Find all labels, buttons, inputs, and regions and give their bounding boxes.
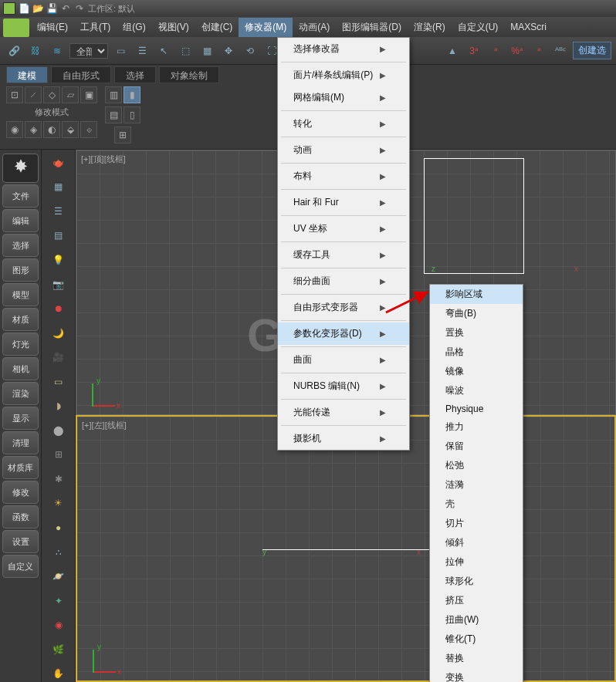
side-settings[interactable]: 设置: [2, 530, 39, 553]
viewport-left[interactable]: [+][左][线框] y x x y: [76, 415, 616, 682]
menu-item[interactable]: 参数化变形器(D)▶: [278, 322, 409, 345]
menu-item[interactable]: 动画▶: [278, 139, 409, 161]
menu-item[interactable]: Hair 和 Fur▶: [278, 191, 409, 214]
submenu-item[interactable]: 变换: [430, 668, 523, 682]
planet-icon[interactable]: 🪐: [48, 568, 69, 585]
tool-b-icon[interactable]: ▮: [124, 86, 140, 103]
rect-icon[interactable]: ▭: [48, 373, 69, 390]
submenu-item[interactable]: 锥化(T): [430, 630, 523, 649]
menu-create[interactable]: 创建(C): [195, 18, 239, 37]
unlink-icon[interactable]: ⛓: [26, 42, 45, 60]
side-material[interactable]: 材质: [2, 308, 39, 331]
snap-edit-icon[interactable]: ᵃ: [530, 42, 548, 60]
ribbon-tab-freeform[interactable]: 自由形式: [51, 66, 111, 83]
create-selection-set-button[interactable]: 创建选: [573, 42, 611, 59]
snap-angle-icon[interactable]: 3ᵃ: [465, 42, 483, 60]
side-render[interactable]: 渲染: [2, 382, 39, 405]
menu-edit[interactable]: 编辑(E): [31, 18, 74, 37]
save-icon[interactable]: 💾: [46, 3, 57, 14]
menu-graph-editors[interactable]: 图形编辑器(D): [336, 18, 408, 37]
tool-d-icon[interactable]: ▯: [124, 106, 140, 123]
menu-item[interactable]: 网格编辑(M)▶: [278, 86, 409, 109]
record-icon[interactable]: ⏺: [48, 300, 69, 317]
submenu-item[interactable]: 晶格: [430, 343, 523, 362]
side-model[interactable]: 模型: [2, 283, 39, 306]
poly-element-icon[interactable]: ▣: [80, 86, 97, 103]
move-icon[interactable]: ✥: [219, 42, 238, 60]
submenu-item[interactable]: 保留: [430, 437, 523, 456]
side-select[interactable]: 选择: [2, 234, 39, 257]
mirror-icon[interactable]: ▲: [443, 42, 462, 60]
mod-icon-2[interactable]: ◈: [25, 121, 42, 138]
tool-e-icon[interactable]: ⊞: [114, 127, 131, 143]
hemisphere-icon[interactable]: ◗: [48, 397, 69, 414]
viewport-top-label[interactable]: [+][顶][线框]: [81, 154, 126, 165]
dot-icon[interactable]: ●: [48, 519, 69, 536]
submenu-item[interactable]: 弯曲(B): [430, 304, 523, 323]
snap-spinner-icon[interactable]: %ᵃ: [508, 42, 526, 60]
sun-icon[interactable]: ☀: [48, 495, 69, 512]
select-icon[interactable]: ▭: [111, 42, 130, 60]
menu-item[interactable]: UV 坐标▶: [278, 218, 409, 240]
side-cleanup[interactable]: 清理: [2, 431, 39, 454]
bulb-icon[interactable]: 💡: [48, 252, 69, 268]
layers-icon[interactable]: ▤: [48, 228, 69, 245]
undo-icon[interactable]: ↶: [60, 3, 71, 14]
poly-border-icon[interactable]: ◇: [43, 86, 60, 103]
menu-item[interactable]: NURBS 编辑(N)▶: [278, 375, 409, 397]
side-file[interactable]: 文件: [2, 184, 39, 208]
submenu-item[interactable]: 球形化: [430, 572, 523, 591]
submenu-item[interactable]: 挤压: [430, 591, 523, 610]
menu-item[interactable]: 缓存工具▶: [278, 244, 409, 266]
menu-item[interactable]: 摄影机▶: [278, 427, 409, 450]
submenu-item[interactable]: Physique: [430, 400, 523, 417]
window-crossing-icon[interactable]: ▦: [198, 42, 216, 60]
submenu-item[interactable]: 影响区域: [430, 285, 523, 304]
side-edit[interactable]: 编辑: [2, 209, 39, 232]
deer-logo-button[interactable]: [2, 154, 39, 183]
submenu-item[interactable]: 镜像: [430, 362, 523, 381]
menu-item[interactable]: 面片/样条线编辑(P)▶: [278, 64, 409, 86]
submenu-item[interactable]: 推力: [430, 417, 523, 437]
submenu-item[interactable]: 壳: [430, 495, 523, 514]
side-camera[interactable]: 相机: [2, 357, 39, 380]
submenu-item[interactable]: 拉伸: [430, 552, 523, 572]
link-icon[interactable]: 🔗: [5, 42, 23, 60]
mod-icon-5[interactable]: ⟐: [80, 121, 97, 138]
side-modify[interactable]: 修改: [2, 481, 39, 504]
select-name-icon[interactable]: ☰: [133, 42, 151, 60]
marquee-icon[interactable]: ⬚: [176, 42, 195, 60]
menu-item[interactable]: 选择修改器▶: [278, 38, 409, 60]
grass-icon[interactable]: 🌿: [48, 641, 69, 658]
hand-icon[interactable]: ✋: [48, 665, 69, 682]
tool-a-icon[interactable]: ▥: [105, 86, 122, 103]
submenu-item[interactable]: 扭曲(W): [430, 610, 523, 630]
submenu-item[interactable]: 切片: [430, 514, 523, 533]
open-icon[interactable]: 📂: [32, 3, 43, 14]
menu-item[interactable]: 细分曲面▶: [278, 270, 409, 292]
wiregrid-icon[interactable]: ⊞: [48, 447, 69, 464]
menu-item[interactable]: 曲面▶: [278, 349, 409, 371]
gear-icon[interactable]: ✱: [48, 471, 69, 488]
named-sel-icon[interactable]: ᴬᴮᶜ: [551, 42, 570, 60]
rotate-icon[interactable]: ⟲: [241, 42, 259, 60]
side-matlib[interactable]: 材质库: [2, 456, 39, 479]
submenu-item[interactable]: 置换: [430, 323, 523, 343]
side-custom[interactable]: 自定义: [2, 555, 39, 578]
redo-icon[interactable]: ↷: [74, 3, 85, 14]
menu-group[interactable]: 组(G): [117, 18, 151, 37]
menu-item[interactable]: 布料▶: [278, 165, 409, 187]
app-logo-icon[interactable]: [3, 19, 29, 37]
circle-icon[interactable]: ◉: [48, 616, 69, 633]
submenu-item[interactable]: 替换: [430, 649, 523, 668]
menu-modifiers[interactable]: 修改器(M): [239, 18, 293, 37]
tool-c-icon[interactable]: ▤: [105, 106, 122, 123]
cursor-icon[interactable]: ↖: [154, 42, 173, 60]
mod-icon-1[interactable]: ◉: [6, 121, 23, 138]
star-icon[interactable]: ✦: [48, 593, 69, 609]
submenu-item[interactable]: 倾斜: [430, 533, 523, 552]
menu-item[interactable]: 自由形式变形器▶: [278, 296, 409, 319]
bind-icon[interactable]: ≋: [48, 42, 66, 60]
selection-filter[interactable]: 全部: [69, 43, 108, 59]
menu-view[interactable]: 视图(V): [152, 18, 195, 37]
